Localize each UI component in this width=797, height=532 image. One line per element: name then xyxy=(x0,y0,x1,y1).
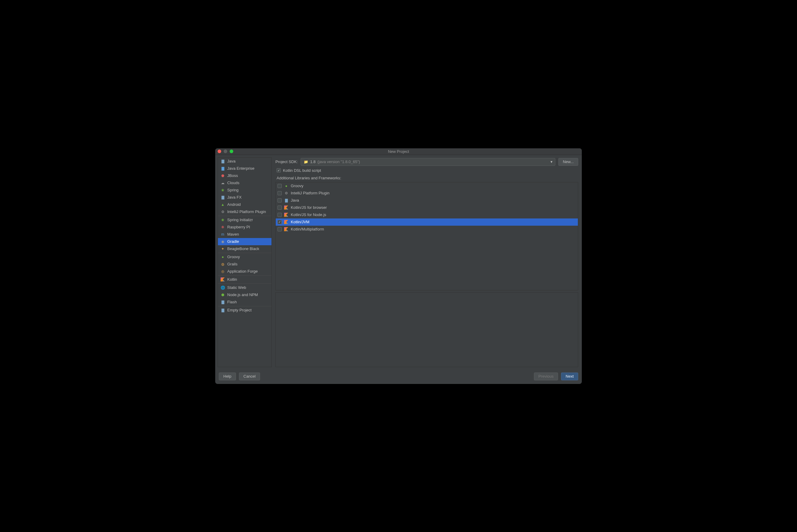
sidebar-item-label: Kotlin xyxy=(227,277,237,282)
framework-item-java[interactable]: ▇Java xyxy=(276,197,578,204)
sidebar-separator xyxy=(218,283,271,284)
maven-icon: m xyxy=(220,232,225,237)
checkbox-icon[interactable] xyxy=(278,227,282,231)
sidebar-item-label: Flash xyxy=(227,300,237,304)
framework-item-label: Groovy xyxy=(291,184,303,188)
sidebar-item-clouds[interactable]: ☁Clouds xyxy=(218,179,271,187)
checkbox-icon[interactable] xyxy=(278,220,282,224)
sidebar-item-groovy[interactable]: ●Groovy xyxy=(218,253,271,261)
sidebar-item-raspberry-pi[interactable]: ❋Raspberry PI xyxy=(218,224,271,231)
cloud-icon: ☁ xyxy=(220,180,225,185)
beagle-icon: ✦ xyxy=(220,246,225,251)
spring-icon: ❀ xyxy=(220,188,225,193)
new-sdk-button[interactable]: New... xyxy=(558,158,578,166)
sidebar-item-label: Application Forge xyxy=(227,269,258,273)
sidebar-item-java-fx[interactable]: ▇Java FX xyxy=(218,194,271,201)
sidebar-item-kotlin[interactable]: Kotlin xyxy=(218,276,271,283)
kotlin-dsl-checkbox-row[interactable]: Kotlin DSL build script xyxy=(276,168,578,173)
sidebar-item-label: Node.js and NPM xyxy=(227,292,258,297)
sidebar-item-grails[interactable]: ◍Grails xyxy=(218,261,271,268)
folder-icon: ▇ xyxy=(220,159,225,164)
sidebar-separator xyxy=(218,306,271,306)
sidebar-separator xyxy=(218,216,271,216)
sidebar-item-label: IntelliJ Platform Plugin xyxy=(227,209,266,214)
next-button[interactable]: Next xyxy=(561,373,578,380)
sdk-label: Project SDK: xyxy=(276,159,298,164)
folder-icon: ▇ xyxy=(284,198,289,203)
frameworks-list[interactable]: ●Groovy⚙IntelliJ Platform Plugin▇JavaKot… xyxy=(276,182,578,290)
framework-item-kotlin-jvm[interactable]: Kotlin/JVM xyxy=(276,218,578,226)
sidebar-item-spring-initializr[interactable]: ❀Spring Initializr xyxy=(218,216,271,224)
framework-item-kotlin-multiplatform[interactable]: Kotlin/Multiplatform xyxy=(276,226,578,233)
framework-item-kotlin-js-for-node-js[interactable]: Kotlin/JS for Node.js xyxy=(276,211,578,218)
checkbox-icon[interactable] xyxy=(278,198,282,203)
maximize-icon[interactable] xyxy=(230,150,233,153)
sidebar-item-label: Static Web xyxy=(227,285,246,290)
gradle-icon: ◉ xyxy=(220,239,225,244)
sidebar-item-empty-project[interactable]: ▇Empty Project xyxy=(218,307,271,314)
framework-item-groovy[interactable]: ●Groovy xyxy=(276,182,578,190)
previous-button[interactable]: Previous xyxy=(534,373,558,380)
frameworks-label: Additional Libraries and Frameworks: xyxy=(276,175,578,180)
chevron-down-icon: ▾ xyxy=(550,159,553,164)
spring-icon: ❀ xyxy=(220,217,225,222)
checkbox-icon[interactable] xyxy=(278,184,282,188)
sdk-row: Project SDK: 📁 1.8 (java version "1.8.0_… xyxy=(276,158,578,166)
sidebar-item-spring[interactable]: ❀Spring xyxy=(218,187,271,194)
globe-icon: 🌐 xyxy=(220,285,225,290)
minimize-icon[interactable] xyxy=(224,150,227,153)
sidebar-item-android[interactable]: ▲Android xyxy=(218,201,271,208)
checkbox-icon[interactable] xyxy=(278,206,282,210)
sidebar-item-gradle[interactable]: ◉Gradle xyxy=(218,238,271,245)
sidebar-item-label: Grails xyxy=(227,262,238,266)
framework-item-label: Java xyxy=(291,198,299,203)
sidebar-item-label: Java FX xyxy=(227,195,242,200)
kotlin-icon xyxy=(220,277,225,282)
node-icon: ⬢ xyxy=(220,292,225,297)
folder-icon: ▇ xyxy=(220,308,225,312)
sidebar-item-label: Empty Project xyxy=(227,308,252,312)
sidebar-item-application-forge[interactable]: ◎Application Forge xyxy=(218,268,271,275)
sidebar-item-label: Groovy xyxy=(227,254,240,259)
framework-item-label: Kotlin/Multiplatform xyxy=(291,227,324,231)
content-panel: Project SDK: 📁 1.8 (java version "1.8.0_… xyxy=(272,155,582,369)
sidebar-item-java-enterprise[interactable]: ▇Java Enterprise xyxy=(218,165,271,172)
sdk-combo[interactable]: 📁 1.8 (java version "1.8.0_65") ▾ xyxy=(301,158,555,166)
checkbox-icon[interactable] xyxy=(278,191,282,195)
framework-details-panel xyxy=(276,292,578,367)
sidebar-item-label: Gradle xyxy=(227,239,239,244)
folder-icon: ▇ xyxy=(220,166,225,171)
grails-icon: ◍ xyxy=(220,262,225,267)
project-type-sidebar[interactable]: ▇Java▇Java Enterprise⬣JBoss☁Clouds❀Sprin… xyxy=(217,157,272,367)
window-title: New Project xyxy=(215,149,582,154)
sidebar-item-java[interactable]: ▇Java xyxy=(218,158,271,165)
sidebar-item-static-web[interactable]: 🌐Static Web xyxy=(218,284,271,291)
dialog-body: ▇Java▇Java Enterprise⬣JBoss☁Clouds❀Sprin… xyxy=(215,155,582,369)
help-button[interactable]: Help xyxy=(219,373,236,380)
framework-item-label: Kotlin/JS for Node.js xyxy=(291,212,326,217)
sidebar-item-label: Java xyxy=(227,159,235,164)
sidebar-item-intellij-platform-plugin[interactable]: ⚙IntelliJ Platform Plugin xyxy=(218,208,271,215)
checkbox-icon[interactable] xyxy=(278,213,282,217)
framework-item-kotlin-js-for-browser[interactable]: Kotlin/JS for browser xyxy=(276,204,578,211)
close-icon[interactable] xyxy=(217,150,221,153)
plugin-icon: ⚙ xyxy=(220,209,225,214)
sidebar-item-flash[interactable]: ▇Flash xyxy=(218,299,271,306)
framework-item-intellij-platform-plugin[interactable]: ⚙IntelliJ Platform Plugin xyxy=(276,190,578,197)
sidebar-item-maven[interactable]: mMaven xyxy=(218,231,271,238)
kotlin-icon xyxy=(284,205,289,210)
sidebar-item-label: Spring xyxy=(227,188,239,192)
sidebar-item-beaglebone-black[interactable]: ✦BeagleBone Black xyxy=(218,245,271,252)
sidebar-item-label: JBoss xyxy=(227,173,238,178)
sidebar-item-label: Clouds xyxy=(227,180,239,185)
sidebar-item-label: Android xyxy=(227,202,241,207)
groovy-icon: ● xyxy=(220,254,225,259)
sidebar-item-jboss[interactable]: ⬣JBoss xyxy=(218,172,271,179)
checkbox-icon[interactable] xyxy=(277,168,281,172)
sidebar-item-node-js-and-npm[interactable]: ⬢Node.js and NPM xyxy=(218,291,271,299)
sidebar-item-label: Maven xyxy=(227,232,239,236)
folder-icon: 📁 xyxy=(303,159,308,164)
groovy-icon: ● xyxy=(284,184,289,188)
forge-icon: ◎ xyxy=(220,269,225,274)
cancel-button[interactable]: Cancel xyxy=(239,373,260,380)
